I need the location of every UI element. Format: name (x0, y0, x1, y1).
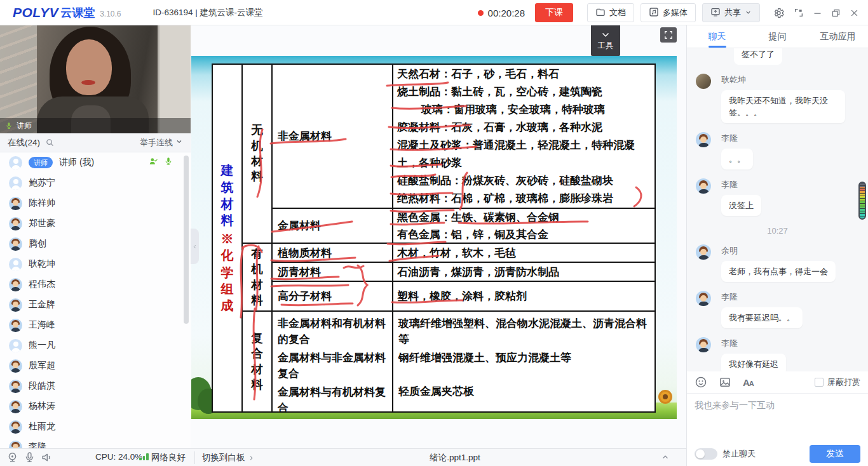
member-row[interactable]: 耿乾坤 (0, 254, 191, 274)
avatar (696, 178, 711, 194)
val-polymer: 塑料，橡胶，涂料，胶粘剂 (392, 281, 654, 310)
bottom-status-bar: CPU: 24.0% 网络良好 切换到白板 绪论.ppt1.ppt (0, 448, 686, 466)
emoji-icon[interactable] (695, 376, 707, 389)
member-row[interactable]: 王金牌 (0, 295, 191, 315)
slide-sunflower-decor (658, 390, 672, 404)
microphone-icon[interactable] (24, 451, 36, 463)
chat-toolbar: AA 屏蔽打赏 (687, 371, 868, 394)
member-row[interactable]: 李隆 (0, 437, 191, 448)
member-list-scrollbar[interactable] (184, 156, 189, 324)
chat-bubble-partial: 签不了了 (734, 48, 782, 65)
stage-area: 工具 建筑材料 ※化学组成 无机材料 非金属材料 (191, 25, 686, 448)
multimedia-button[interactable]: 多媒体 (641, 3, 696, 22)
chat-message: 李隆 没签上 (696, 177, 859, 216)
end-class-button[interactable]: 下课 (535, 3, 573, 22)
top-bar: POLYV 云课堂 3.10.6 ID-636194 | 建筑云课-云课堂 00… (0, 0, 868, 25)
dock-window-icon[interactable] (794, 8, 804, 18)
app-window: POLYV 云课堂 3.10.6 ID-636194 | 建筑云课-云课堂 00… (0, 0, 868, 466)
switch-whiteboard-button[interactable]: 切换到白板 (202, 452, 255, 463)
member-row[interactable]: 鲍苏宁 (0, 173, 191, 193)
fullscreen-button[interactable] (660, 27, 677, 43)
avatar (9, 217, 22, 230)
mute-chat-toggle[interactable] (695, 448, 717, 460)
tools-button[interactable]: 工具 (591, 25, 620, 56)
document-button[interactable]: 文档 (587, 3, 634, 22)
member-row[interactable]: 陈祥帅 (0, 193, 191, 213)
chat-bubble: 我好像有延迟 (721, 354, 786, 371)
tab-interactive-apps[interactable]: 互动应用 (808, 25, 868, 48)
send-button[interactable]: 发送 (810, 445, 860, 463)
chevron-down-icon (602, 30, 609, 39)
avatar (9, 339, 22, 352)
chat-bubble: 老师，我有点事，得走一会 (721, 261, 836, 282)
chevron-right-icon (248, 455, 255, 462)
member-row[interactable]: 熊一凡 (0, 335, 191, 356)
chat-tabs: 聊天 提问 互动应用 (687, 25, 868, 48)
member-row[interactable]: 郑世豪 (0, 213, 191, 234)
tab-chat[interactable]: 聊天 (687, 25, 747, 48)
image-icon[interactable] (719, 376, 731, 389)
speaker-icon[interactable] (41, 451, 53, 463)
avatar (696, 132, 711, 147)
class-timer: 00:20:28 (488, 8, 525, 18)
current-document-name: 绪论.ppt1.ppt (407, 452, 503, 463)
webcam-icon[interactable] (6, 451, 18, 463)
chevron-down-icon (175, 138, 183, 147)
expand-corners-icon (664, 30, 673, 39)
block-reward-control: 屏蔽打赏 (815, 376, 860, 388)
close-icon[interactable] (850, 8, 859, 18)
chat-bubble: 我昨天还不知道，我昨天没签。。。 (721, 90, 845, 123)
chat-message: 李隆 我有要延迟吗。。 (696, 290, 859, 328)
chat-sender-name: 耿乾坤 (721, 72, 859, 86)
member-row[interactable]: 王海峰 (0, 315, 191, 335)
brand-logo: POLYV (13, 5, 58, 20)
member-row[interactable]: 殷军超 (0, 356, 191, 376)
minimize-icon[interactable] (813, 8, 822, 18)
share-button[interactable]: 共享 (702, 3, 760, 22)
chat-message: 李隆 我好像有延迟 (696, 336, 859, 371)
share-screen-icon (710, 7, 721, 19)
val-metal: 黑色金属：生铁、碳素钢、合金钢 有色金属：铝，锌，铜及其合金 (392, 208, 654, 243)
avatar (696, 244, 711, 260)
materials-table: 建筑材料 ※化学组成 无机材料 非金属材料 天然石材：石子，砂，毛石，料石 烧土… (212, 63, 656, 413)
raise-hand-control[interactable]: 举手连线 (140, 137, 183, 149)
cat-nonmetal: 非金属材料 (271, 65, 392, 208)
member-row[interactable]: 腾创 (0, 234, 191, 254)
teacher-video-tile: 讲师 (0, 25, 191, 133)
member-row-self[interactable]: 讲师 讲师 (我) (0, 152, 191, 173)
maximize-restore-icon[interactable] (831, 8, 841, 18)
chat-timestamp: 10:27 (696, 226, 859, 236)
chat-bubble: 没签上 (721, 195, 761, 216)
slide-canvas[interactable]: 建筑材料 ※化学组成 无机材料 非金属材料 天然石材：石子，砂，毛石，料石 烧土… (191, 56, 677, 419)
block-reward-checkbox[interactable] (815, 378, 824, 387)
cat-composite-list: 非金属材料和有机材料的复合 金属材料与非金属材料复合 金属材料与有机材料复合 (271, 310, 392, 411)
music-note-icon (649, 7, 659, 19)
chevron-up-icon[interactable] (661, 453, 670, 464)
avatar (9, 441, 22, 449)
video-role-label: 讲师 (17, 121, 32, 131)
avatar (9, 298, 22, 312)
mic-on-icon[interactable] (164, 157, 173, 168)
member-row[interactable]: 程伟杰 (0, 274, 191, 295)
member-row[interactable]: 杨林涛 (0, 396, 191, 416)
table-col-composition: 建筑材料 ※化学组成 (213, 65, 241, 411)
settings-gear-icon[interactable] (773, 7, 785, 19)
val-composite-list: 玻璃纤维增强塑料、混合物水泥混凝土、沥青混合料等 钢纤维增强混凝土、预应力混凝土… (392, 310, 654, 411)
collapse-left-panel-handle[interactable] (191, 229, 199, 264)
chat-sender-name: 余明 (721, 243, 859, 256)
tab-questions[interactable]: 提问 (747, 25, 808, 48)
chat-message: 余明 老师，我有点事，得走一会 (696, 243, 859, 282)
teacher-badge: 讲师 (29, 157, 53, 168)
avatar (9, 197, 22, 210)
chat-input[interactable] (687, 394, 868, 441)
camera-on-icon[interactable] (149, 157, 158, 168)
font-size-icon[interactable]: AA (743, 377, 754, 388)
search-icon[interactable] (45, 138, 55, 147)
avatar (9, 400, 22, 413)
val-nonmetal: 天然石材：石子，砂，毛石，料石 烧土制品：黏土砖，瓦，空心砖，建筑陶瓷 玻璃：窗… (392, 65, 654, 208)
member-row[interactable]: 段皓淇 (0, 376, 191, 396)
group-inorganic: 无机材料 (241, 65, 271, 243)
chat-scrollbar-thumb[interactable] (858, 182, 866, 220)
chat-message: 李隆 。。 (696, 131, 859, 170)
member-row[interactable]: 杜雨龙 (0, 416, 191, 437)
